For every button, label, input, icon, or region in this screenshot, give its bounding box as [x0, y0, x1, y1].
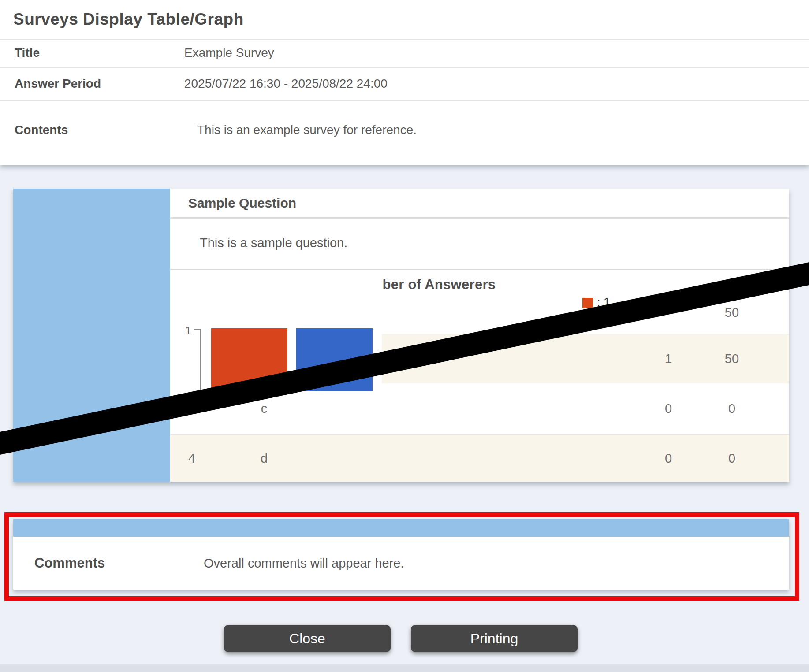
row-number: 4 [174, 435, 209, 482]
row-percent: 50 [714, 291, 749, 334]
bottom-edge-strip [0, 664, 809, 672]
field-value: This is an example survey for reference. [197, 123, 417, 137]
row-number: 3 [174, 383, 209, 434]
field-row-answer-period: Answer Period 2025/07/22 16:30 - 2025/08… [0, 67, 809, 100]
field-row-title: Title Example Survey [0, 39, 809, 67]
field-label: Contents [15, 123, 68, 137]
bar-option-a [211, 328, 287, 391]
field-row-contents: Contents This is an example survey for r… [0, 100, 809, 165]
divider [170, 217, 789, 219]
question-title: Sample Question [188, 189, 296, 217]
field-value: Example Survey [184, 46, 274, 60]
row-percent: 50 [714, 334, 749, 383]
question-sidebar-block [13, 189, 170, 482]
page-title: Surveys Display Table/Graph [13, 0, 244, 39]
row-count [651, 291, 686, 334]
y-axis-tick-label: 1 [175, 324, 191, 338]
field-label: Title [15, 46, 40, 60]
y-axis-line [200, 329, 201, 391]
printing-button[interactable]: Printing [411, 625, 578, 652]
field-value: 2025/07/22 16:30 - 2025/08/22 24:00 [184, 77, 388, 91]
page-header: Surveys Display Table/Graph Title Exampl… [0, 0, 809, 165]
question-card: Sample Question This is a sample questio… [13, 189, 789, 482]
legend-marker [582, 298, 593, 308]
row-count: 1 [651, 334, 686, 383]
row-count: 0 [651, 435, 686, 482]
legend-label: : 1 [597, 296, 610, 309]
row-percent: 0 [714, 435, 749, 482]
row-count: 0 [651, 383, 686, 434]
close-button[interactable]: Close [224, 625, 391, 652]
bar-option-b [296, 328, 373, 391]
table-row: 4 d 0 0 [170, 435, 789, 482]
row-label: d [246, 435, 282, 482]
highlight-annotation [4, 512, 799, 601]
row-percent: 0 [714, 383, 749, 434]
field-label: Answer Period [15, 77, 101, 91]
question-body: This is a sample question. [200, 236, 347, 250]
